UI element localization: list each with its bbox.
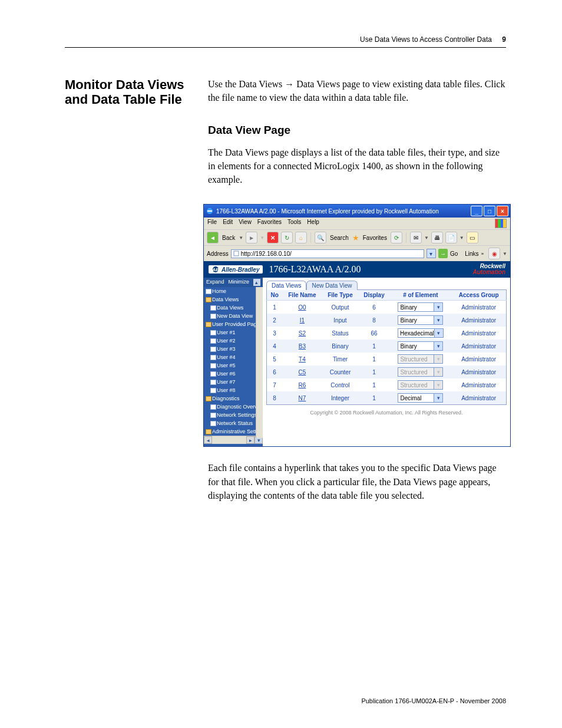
- file-name-cell[interactable]: S2: [282, 327, 322, 340]
- access-group-cell: Administrator: [451, 391, 506, 405]
- menu-bar: File Edit View Favorites Tools Help: [204, 218, 510, 229]
- tab-data-views[interactable]: Data Views: [266, 281, 306, 290]
- element-display-cell: Binary▾: [390, 301, 452, 314]
- sidebar-expand-link[interactable]: Expand: [206, 279, 224, 286]
- links-expand-icon[interactable]: »: [481, 251, 484, 256]
- nav-new-data-view[interactable]: New Data View: [204, 312, 263, 320]
- window-titlebar[interactable]: 1766-L32AWAA A/2.00 - Microsoft Internet…: [204, 205, 510, 218]
- chevron-down-icon: ▾: [434, 368, 442, 376]
- nav-user-3[interactable]: User #3: [204, 345, 263, 353]
- ie-icon: [206, 207, 214, 215]
- file-name-cell[interactable]: R6: [282, 378, 322, 391]
- go-label[interactable]: Go: [450, 251, 458, 257]
- menu-favorites[interactable]: Favorites: [257, 219, 282, 228]
- file-name-cell[interactable]: T4: [282, 353, 322, 365]
- chevron-down-icon[interactable]: ▾: [434, 329, 443, 337]
- nav-data-views-folder[interactable]: Data Views: [204, 295, 263, 304]
- window-close-button[interactable]: ×: [497, 206, 508, 216]
- address-dropdown-button[interactable]: ▾: [427, 249, 436, 258]
- snagit-button[interactable]: ◉: [488, 248, 500, 259]
- nav-home[interactable]: Home: [204, 287, 263, 295]
- tab-new-data-view[interactable]: New Data View: [306, 281, 357, 290]
- sidebar-vscrollbar[interactable]: [256, 287, 263, 438]
- favorites-icon[interactable]: ★: [352, 233, 359, 242]
- file-type-cell: Timer: [322, 353, 359, 365]
- links-label[interactable]: Links: [465, 251, 478, 257]
- back-button[interactable]: ◄: [207, 232, 219, 243]
- display-format-select[interactable]: Binary▾: [398, 315, 443, 325]
- nav-network-status[interactable]: Network Status: [204, 419, 263, 427]
- chevron-down-icon: ▾: [434, 381, 442, 389]
- chevron-down-icon[interactable]: ▾: [434, 303, 442, 311]
- column-header: File Name: [282, 290, 322, 301]
- element-display-cell: Binary▾: [390, 314, 452, 327]
- nav-diagnostic-overview[interactable]: Diagnostic Overvi: [204, 403, 263, 411]
- hscroll-left-button[interactable]: ◂: [204, 436, 212, 444]
- chevron-down-icon[interactable]: ▾: [434, 316, 442, 324]
- edit-button[interactable]: 📄: [445, 232, 457, 243]
- display-format-select[interactable]: Binary▾: [398, 341, 443, 351]
- back-label[interactable]: Back: [222, 235, 235, 241]
- window-maximize-button[interactable]: □: [484, 206, 495, 216]
- history-button[interactable]: ⟳: [391, 232, 402, 243]
- element-display-cell: Hexadecimal▾: [390, 327, 452, 340]
- sidebar-minimize-link[interactable]: Minimize: [229, 279, 250, 286]
- display-format-select[interactable]: Binary▾: [398, 302, 443, 312]
- file-name-cell[interactable]: B3: [282, 340, 322, 353]
- edit-caret-icon[interactable]: ▼: [459, 235, 464, 241]
- home-button[interactable]: ⌂: [295, 232, 307, 243]
- display-format-select[interactable]: Hexadecimal▾: [398, 328, 444, 338]
- nav-user-4[interactable]: User #4: [204, 353, 263, 361]
- hscroll-right-button[interactable]: ▸: [246, 436, 254, 444]
- file-name-cell[interactable]: O0: [282, 301, 322, 314]
- forward-button[interactable]: ►: [246, 232, 257, 243]
- no-cell: 1: [267, 301, 283, 314]
- running-head-text: Use Data Views to Access Controller Data: [360, 35, 492, 44]
- stop-button[interactable]: ✕: [267, 232, 279, 243]
- nav-user-5[interactable]: User #5: [204, 361, 263, 370]
- nav-user-7[interactable]: User #7: [204, 378, 263, 386]
- snagit-caret-icon[interactable]: ▼: [503, 251, 507, 256]
- nav-data-views[interactable]: Data Views: [204, 304, 263, 312]
- search-button[interactable]: 🔍: [315, 232, 326, 243]
- go-button[interactable]: →: [438, 249, 448, 258]
- search-label[interactable]: Search: [330, 235, 349, 241]
- no-cell: 7: [267, 378, 283, 391]
- address-input[interactable]: http://192.168.0.10/: [231, 249, 424, 258]
- table-row: 5T4Timer1Structured▾Administrator: [267, 353, 507, 365]
- menu-file[interactable]: File: [207, 219, 217, 228]
- discuss-button[interactable]: ▭: [467, 232, 478, 243]
- file-type-cell: Status: [322, 327, 359, 340]
- menu-edit[interactable]: Edit: [223, 219, 233, 228]
- nav-administrative-settings[interactable]: Administrative Settin: [204, 427, 263, 436]
- column-header: File Type: [322, 290, 359, 301]
- nav-network-settings[interactable]: Network Settings: [204, 411, 263, 419]
- no-cell: 3: [267, 327, 283, 340]
- mail-button[interactable]: ✉: [410, 232, 422, 243]
- display-format-select[interactable]: Decimal▾: [398, 393, 443, 403]
- forward-caret-icon: ▼: [260, 235, 265, 241]
- nav-user-1[interactable]: User #1: [204, 328, 263, 337]
- sidebar-scroll-up-button[interactable]: ▴: [253, 279, 260, 286]
- sidebar-hscrollbar[interactable]: ◂ ▸ ▾: [204, 436, 263, 444]
- nav-user-provided-pages[interactable]: User Provided Pages: [204, 320, 263, 328]
- file-name-cell[interactable]: N7: [282, 391, 322, 405]
- window-minimize-button[interactable]: _: [471, 206, 482, 216]
- print-button[interactable]: 🖶: [431, 232, 443, 243]
- chevron-down-icon[interactable]: ▾: [434, 394, 442, 402]
- nav-diagnostics[interactable]: Diagnostics: [204, 394, 263, 403]
- mail-caret-icon[interactable]: ▼: [424, 235, 429, 241]
- nav-user-2[interactable]: User #2: [204, 337, 263, 345]
- address-value: http://192.168.0.10/: [241, 251, 292, 257]
- back-caret-icon[interactable]: ▼: [239, 235, 243, 241]
- menu-help[interactable]: Help: [307, 219, 319, 228]
- menu-view[interactable]: View: [239, 219, 252, 228]
- favorites-label[interactable]: Favorites: [363, 235, 387, 241]
- file-name-cell[interactable]: I1: [282, 314, 322, 327]
- nav-user-6[interactable]: User #6: [204, 370, 263, 378]
- chevron-down-icon[interactable]: ▾: [434, 342, 442, 350]
- nav-user-8[interactable]: User #8: [204, 386, 263, 394]
- menu-tools[interactable]: Tools: [287, 219, 301, 228]
- refresh-button[interactable]: ↻: [281, 232, 293, 243]
- file-name-cell[interactable]: C5: [282, 365, 322, 378]
